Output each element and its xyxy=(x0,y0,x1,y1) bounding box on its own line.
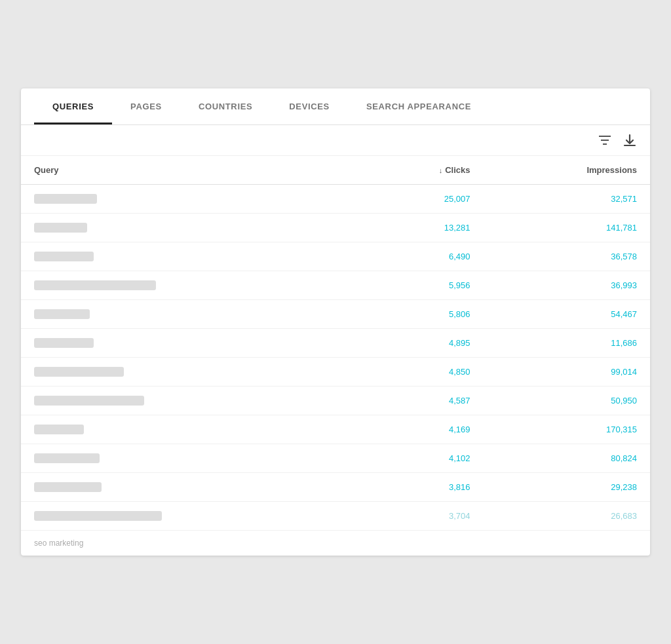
impressions-cell: 80,824 xyxy=(484,444,650,473)
toolbar xyxy=(21,125,650,156)
table-row[interactable]: █████ ████4,89511,686 xyxy=(21,329,650,358)
impressions-cell: 99,014 xyxy=(484,358,650,387)
tab-countries[interactable]: COUNTRIES xyxy=(180,88,271,124)
impressions-cell: 11,686 xyxy=(484,329,650,358)
impressions-cell: 32,571 xyxy=(484,185,650,214)
table-row[interactable]: ███████ ███████ █████5,95636,993 xyxy=(21,271,650,300)
table-row[interactable]: ██████ ████████ ██████3,70426,683 xyxy=(21,502,650,531)
query-cell: ███████ ███████ █████ xyxy=(21,271,358,300)
tab-devices[interactable]: DEVICES xyxy=(271,88,348,124)
clicks-cell: 6,490 xyxy=(358,242,484,271)
impressions-cell: 141,781 xyxy=(484,214,650,242)
impressions-cell: 50,950 xyxy=(484,387,650,415)
table-row[interactable]: ███████ ██6,49036,578 xyxy=(21,242,650,271)
footer-label: seo marketing xyxy=(21,531,650,556)
clicks-cell: 3,816 xyxy=(358,473,484,502)
table-row[interactable]: ███ ███ ████3,81629,238 xyxy=(21,473,650,502)
query-cell: ████ █ ██ xyxy=(21,415,358,444)
query-cell: █████ ████ xyxy=(21,329,358,358)
clicks-cell: 13,281 xyxy=(358,214,484,242)
table-row[interactable]: ███████ ███4,10280,824 xyxy=(21,444,650,473)
table-row[interactable]: ████ ████13,281141,781 xyxy=(21,214,650,242)
query-cell: ███████ ██ xyxy=(21,242,358,271)
col-header-impressions: Impressions xyxy=(484,156,650,185)
query-cell: ███████ ███████ ███ xyxy=(21,387,358,415)
main-card: QUERIES PAGES COUNTRIES DEVICES SEARCH A… xyxy=(21,88,650,556)
clicks-cell: 4,102 xyxy=(358,444,484,473)
tab-queries[interactable]: QUERIES xyxy=(34,88,112,124)
query-cell: ██████ ████████ ██████ xyxy=(21,502,358,531)
data-table: Query ↓Clicks Impressions ██████████25,0… xyxy=(21,156,650,556)
query-cell: ███ ███ ████ xyxy=(21,473,358,502)
sort-icon: ↓ xyxy=(439,166,443,174)
clicks-cell: 3,704 xyxy=(358,502,484,531)
table-row[interactable]: ████ █ ██4,169170,315 xyxy=(21,415,650,444)
clicks-cell: 25,007 xyxy=(358,185,484,214)
impressions-cell: 170,315 xyxy=(484,415,650,444)
col-header-clicks[interactable]: ↓Clicks xyxy=(358,156,484,185)
impressions-cell: 36,993 xyxy=(484,271,650,300)
download-icon[interactable] xyxy=(623,133,637,147)
clicks-cell: 4,587 xyxy=(358,387,484,415)
clicks-cell: 4,169 xyxy=(358,415,484,444)
query-cell: ███████ ███████ xyxy=(21,358,358,387)
clicks-cell: 4,895 xyxy=(358,329,484,358)
tab-search-appearance[interactable]: SEARCH APPEARANCE xyxy=(348,88,489,124)
query-cell: ████ ████ xyxy=(21,214,358,242)
query-cell: ██ ████ ██ xyxy=(21,300,358,329)
tab-pages[interactable]: PAGES xyxy=(112,88,180,124)
impressions-cell: 26,683 xyxy=(484,502,650,531)
table-row[interactable]: ███████ ███████ ███4,58750,950 xyxy=(21,387,650,415)
table-row[interactable]: ███████ ███████4,85099,014 xyxy=(21,358,650,387)
table-row[interactable]: ██ ████ ██5,80654,467 xyxy=(21,300,650,329)
clicks-cell: 5,806 xyxy=(358,300,484,329)
clicks-cell: 4,850 xyxy=(358,358,484,387)
clicks-cell: 5,956 xyxy=(358,271,484,300)
query-cell: ███████ ███ xyxy=(21,444,358,473)
impressions-cell: 36,578 xyxy=(484,242,650,271)
impressions-cell: 29,238 xyxy=(484,473,650,502)
impressions-cell: 54,467 xyxy=(484,300,650,329)
tab-bar: QUERIES PAGES COUNTRIES DEVICES SEARCH A… xyxy=(21,88,650,125)
table-row[interactable]: ██████████25,00732,571 xyxy=(21,185,650,214)
filter-icon[interactable] xyxy=(598,134,612,146)
query-cell: ██████████ xyxy=(21,185,358,214)
col-header-query: Query xyxy=(21,156,358,185)
footer-row: seo marketing xyxy=(21,531,650,556)
